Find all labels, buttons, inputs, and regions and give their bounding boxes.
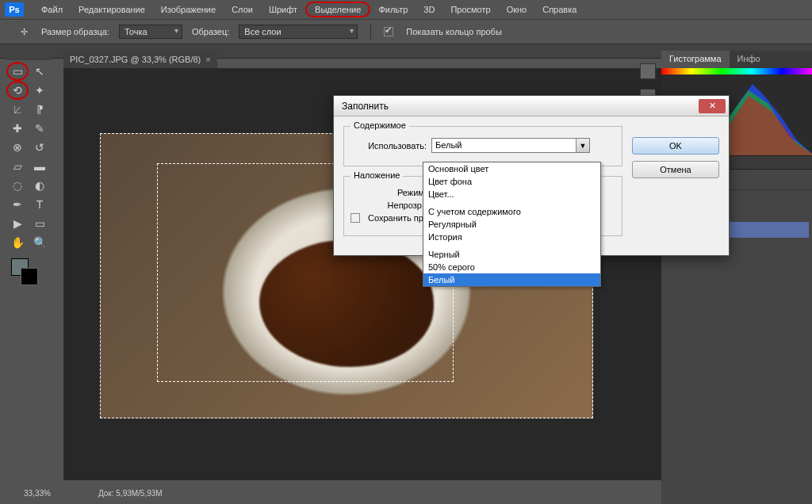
dropdown-option[interactable]: 50% серого xyxy=(423,261,600,273)
status-bar: 33,33% Док: 5,93M/5,93M xyxy=(0,485,163,501)
dodge-tool[interactable]: ◐ xyxy=(29,176,51,195)
dropdown-option[interactable]: История xyxy=(423,231,600,243)
opacity-label: Непрозр.: xyxy=(350,200,427,210)
menu-help[interactable]: Справка xyxy=(534,2,584,17)
path-select-tool[interactable]: ▶ xyxy=(6,214,29,233)
document-tab[interactable]: PIC_0327.JPG @ 33,3% (RGB/8) × xyxy=(63,51,217,68)
preserve-label: Сохранить пр xyxy=(368,213,423,223)
blur-tool[interactable]: ◌ xyxy=(6,176,29,195)
stamp-tool[interactable]: ⊗ xyxy=(6,138,29,157)
dropdown-option[interactable]: Цвет... xyxy=(423,188,600,200)
app-logo: Ps xyxy=(5,2,24,17)
background-swatch[interactable] xyxy=(21,268,38,285)
cancel-button[interactable]: Отмена xyxy=(632,161,719,178)
document-tab-close[interactable]: × xyxy=(205,55,210,64)
dropdown-option[interactable]: Черный xyxy=(423,248,600,261)
gradient-tool[interactable]: ▬ xyxy=(29,157,51,176)
use-label: Использовать: xyxy=(350,141,427,151)
options-bar: ✢ Размер образца: Точка Образец: Все сло… xyxy=(0,19,812,44)
tab-info[interactable]: Инфо xyxy=(730,51,768,68)
move-tool[interactable]: ↖ xyxy=(29,62,51,81)
show-ring-checkbox[interactable] xyxy=(384,27,393,36)
marquee-tool[interactable]: ▭ xyxy=(6,62,29,81)
wand-tool[interactable]: ✦ xyxy=(29,81,51,100)
menu-select[interactable]: Выделение xyxy=(305,2,370,17)
menu-layer[interactable]: Слои xyxy=(224,2,261,17)
brush-tool[interactable]: ✎ xyxy=(29,119,51,138)
menu-image[interactable]: Изображение xyxy=(153,2,224,17)
crop-tool[interactable]: ⟀ xyxy=(6,100,29,119)
pen-tool[interactable]: ✒ xyxy=(6,195,29,214)
preserve-checkbox[interactable] xyxy=(350,213,360,223)
sample-label: Образец: xyxy=(192,27,229,36)
sample-select[interactable]: Все слои xyxy=(239,25,358,39)
menubar: Ps Файл Редактирование Изображение Слои … xyxy=(0,0,812,19)
menu-3d[interactable]: 3D xyxy=(416,2,442,17)
healing-tool[interactable]: ✚ xyxy=(6,119,29,138)
eyedropper-tool[interactable]: ⁋ xyxy=(29,100,51,119)
type-tool[interactable]: T xyxy=(29,195,51,214)
status-doc: Док: 5,93M/5,93M xyxy=(98,489,163,498)
eraser-tool[interactable]: ▱ xyxy=(6,157,29,176)
hand-tool[interactable]: ✋ xyxy=(6,233,29,252)
dropdown-option[interactable]: Цвет фона xyxy=(423,175,600,188)
menu-view[interactable]: Просмотр xyxy=(442,2,498,17)
blend-legend: Наложение xyxy=(350,170,403,180)
document-tab-bar: PIC_0327.JPG @ 33,3% (RGB/8) × xyxy=(63,51,217,68)
dropdown-option[interactable]: С учетом содержимого xyxy=(423,205,600,218)
show-ring-label: Показать кольцо пробы xyxy=(406,27,502,36)
shape-tool[interactable]: ▭ xyxy=(29,214,51,233)
dialog-title: Заполнить xyxy=(342,101,389,112)
menu-file[interactable]: Файл xyxy=(33,2,71,17)
use-select[interactable]: Белый ▼ xyxy=(431,138,590,153)
mode-label: Режим: xyxy=(350,188,427,197)
document-tab-title: PIC_0327.JPG @ 33,3% (RGB/8) xyxy=(70,55,201,64)
zoom-tool[interactable]: 🔍 xyxy=(29,233,51,252)
lasso-tool[interactable]: ⟲ xyxy=(6,81,29,100)
use-dropdown-list: Основной цвет Цвет фона Цвет... С учетом… xyxy=(423,162,601,287)
sample-size-select[interactable]: Точка xyxy=(119,25,182,39)
menu-filter[interactable]: Фильтр xyxy=(370,2,416,17)
menu-edit[interactable]: Редактирование xyxy=(71,2,153,17)
dock-icon-1[interactable] xyxy=(640,63,656,79)
tab-histogram[interactable]: Гистограмма xyxy=(661,51,730,68)
dialog-titlebar[interactable]: Заполнить ✕ xyxy=(334,96,729,116)
dropdown-option[interactable]: Регулярный xyxy=(423,218,600,231)
toolbox-grip[interactable] xyxy=(6,51,51,60)
color-swatches[interactable] xyxy=(6,255,51,287)
ok-button[interactable]: OK xyxy=(632,137,719,155)
status-zoom: 33,33% xyxy=(24,489,51,498)
svg-rect-0 xyxy=(661,68,812,74)
dialog-close-button[interactable]: ✕ xyxy=(699,99,726,113)
history-brush-tool[interactable]: ↺ xyxy=(29,138,51,157)
eyedropper-icon: ✢ xyxy=(16,24,32,40)
menu-type[interactable]: Шрифт xyxy=(261,2,305,17)
use-select-value: Белый xyxy=(435,140,462,150)
menu-window[interactable]: Окно xyxy=(499,2,535,17)
dropdown-option[interactable]: Основной цвет xyxy=(423,162,600,175)
toolbox: ▭ ↖ ⟲ ✦ ⟀ ⁋ ✚ ✎ ⊗ ↺ ▱ ▬ ◌ ◐ ✒ T ▶ ▭ ✋ 🔍 xyxy=(6,62,51,287)
sample-size-label: Размер образца: xyxy=(41,27,109,36)
chevron-down-icon: ▼ xyxy=(576,139,589,152)
dropdown-option-selected[interactable]: Белый xyxy=(423,273,600,286)
contents-legend: Содержимое xyxy=(350,120,409,130)
